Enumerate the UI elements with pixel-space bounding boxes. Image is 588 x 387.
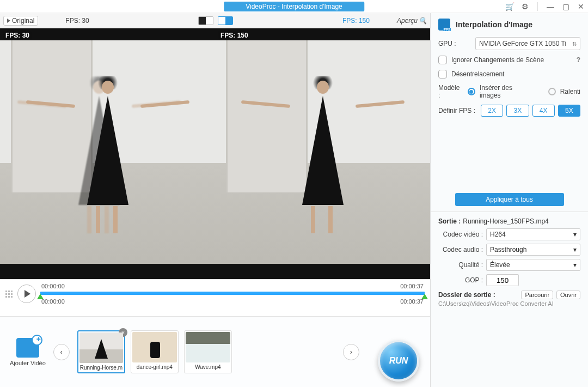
fps-5x-button[interactable]: 5X (558, 105, 580, 117)
apply-all-label: Appliquer à tous (486, 196, 533, 203)
play-triangle-icon (7, 19, 10, 23)
thumb-item[interactable]: dance-girl.mp4 (131, 330, 179, 373)
fps-define-label: Définir FPS : (438, 107, 476, 114)
time-start-bottom: 00:00:00 (41, 298, 65, 305)
separator (537, 2, 538, 11)
scroll-right-button[interactable]: › (343, 344, 359, 360)
output-filename: Running-Horse_150FPS.mp4 (463, 217, 548, 225)
title-bar: VideoProc - Interpolation d'Image 🛒 ⚙ — … (0, 0, 588, 13)
run-label: RUN (389, 356, 408, 366)
interpolation-icon (438, 19, 450, 31)
preview-right: FPS: 150 (215, 28, 430, 279)
thumb-image (186, 332, 230, 362)
preview-label: Aperçu (397, 17, 418, 25)
view-single[interactable] (198, 16, 213, 25)
panel-title-row: Interpolation d'Image (438, 19, 580, 31)
timeline-panel: 00:00:00 00:00:37 00:00:00 00:00:37 (0, 279, 430, 316)
model-slow-label: Ralenti (560, 88, 580, 95)
open-folder-button[interactable]: Ouvrir (556, 291, 580, 299)
output-label: Sortie : (438, 217, 461, 225)
trim-start-marker[interactable] (37, 294, 44, 299)
gop-input[interactable] (486, 274, 519, 286)
cart-icon[interactable]: 🛒 (506, 3, 513, 10)
acodec-select[interactable]: Passthrough▾ (486, 244, 580, 256)
thumb-name: Wave.mp4 (186, 362, 230, 371)
vcodec-value: H264 (490, 231, 506, 238)
help-icon[interactable]: ? (577, 56, 580, 64)
play-button[interactable] (17, 285, 36, 303)
fps-left-label: FPS: 30 (65, 17, 89, 25)
preview-button[interactable]: Aperçu 🔍 (397, 17, 427, 25)
overlay-fps-left: FPS: 30 (5, 32, 29, 39)
chevron-down-icon: ▾ (573, 231, 577, 238)
deinterlace-checkbox[interactable] (438, 70, 447, 78)
gpu-select[interactable]: NVIDIA GeForce GTX 1050 Ti ⇅ (475, 37, 580, 50)
gpu-value: NVIDIA GeForce GTX 1050 Ti (479, 40, 566, 47)
thumb-item[interactable]: × Running-Horse.m (77, 330, 125, 373)
chevron-updown-icon: ⇅ (572, 41, 577, 47)
original-toggle[interactable]: Original (3, 16, 38, 26)
thumb-image (79, 332, 123, 363)
acodec-label: Codec audio : (438, 246, 483, 253)
model-label: Modèle : (438, 84, 463, 99)
close-button[interactable]: ✕ (577, 3, 585, 10)
fps-2x-button[interactable]: 2X (481, 105, 503, 117)
app-title: VideoProc - Interpolation d'Image (224, 2, 364, 11)
drag-handle-icon[interactable] (5, 291, 13, 298)
fps-4x-button[interactable]: 4X (532, 105, 555, 117)
vcodec-label: Codec vidéo : (438, 231, 483, 238)
acodec-value: Passthrough (490, 246, 526, 253)
overlay-fps-right: FPS: 150 (220, 32, 248, 39)
panel-title: Interpolation d'Image (456, 20, 532, 29)
gop-label: GOP : (438, 276, 483, 284)
model-insert-label: Insérer des images (480, 84, 535, 99)
vcodec-select[interactable]: H264▾ (486, 228, 580, 240)
add-video-button[interactable]: Ajouter Vidéo (10, 338, 46, 366)
deinterlace-label: Désentrelacement (451, 70, 504, 78)
model-slow-radio[interactable] (548, 88, 556, 95)
fps-3x-button[interactable]: 3X (506, 105, 529, 117)
timeline-track[interactable]: 00:00:00 00:00:37 00:00:00 00:00:37 (40, 283, 425, 305)
thumb-item[interactable]: Wave.mp4 (184, 330, 232, 373)
gpu-label: GPU : (438, 40, 471, 47)
quality-label: Qualité : (438, 261, 483, 269)
folder-label: Dossier de sortie : (438, 291, 495, 299)
ignore-scene-label: Ignorer Changements de Scène (451, 56, 544, 64)
minimize-button[interactable]: — (547, 3, 554, 10)
preview-toolbar: Original FPS: 30 FPS: 150 Aperçu 🔍 (0, 13, 430, 28)
search-icon: 🔍 (419, 17, 427, 25)
chevron-down-icon: ▾ (573, 261, 577, 269)
add-video-icon (16, 338, 39, 358)
file-strip: Ajouter Vidéo ‹ × Running-Horse.m dance-… (0, 316, 430, 387)
thumb-name: Running-Horse.m (79, 363, 123, 371)
time-end-top: 00:00:37 (400, 283, 424, 289)
trim-end-marker[interactable] (421, 294, 428, 299)
view-split[interactable] (218, 16, 233, 25)
thumb-image (132, 332, 177, 362)
settings-panel: Interpolation d'Image GPU : NVIDIA GeFor… (430, 13, 588, 387)
quality-value: Élevée (490, 261, 510, 269)
add-video-label: Ajouter Vidéo (10, 360, 46, 366)
thumb-name: dance-girl.mp4 (132, 362, 177, 371)
time-start-top: 00:00:00 (41, 283, 65, 289)
run-button[interactable]: RUN (378, 340, 419, 382)
ignore-scene-checkbox[interactable] (438, 56, 447, 64)
apply-all-button[interactable]: Appliquer à tous (455, 193, 564, 206)
model-insert-radio[interactable] (468, 88, 475, 95)
gear-icon[interactable]: ⚙ (521, 3, 529, 10)
fps-right-label[interactable]: FPS: 150 (342, 17, 370, 25)
chevron-down-icon: ▾ (573, 246, 577, 253)
view-mode-toggles (198, 16, 233, 25)
original-label: Original (12, 17, 34, 25)
folder-path: C:\Users\zq\Videos\VideoProc Converter A… (438, 300, 580, 307)
preview-left: FPS: 30 (0, 28, 215, 279)
browse-button[interactable]: Parcourir (521, 291, 553, 299)
time-end-bottom: 00:00:37 (400, 298, 424, 305)
preview-area: FPS: 30 FPS: 150 (0, 28, 430, 279)
maximize-button[interactable]: ▢ (562, 3, 569, 10)
scroll-left-button[interactable]: ‹ (53, 344, 70, 360)
quality-select[interactable]: Élevée▾ (486, 259, 580, 271)
